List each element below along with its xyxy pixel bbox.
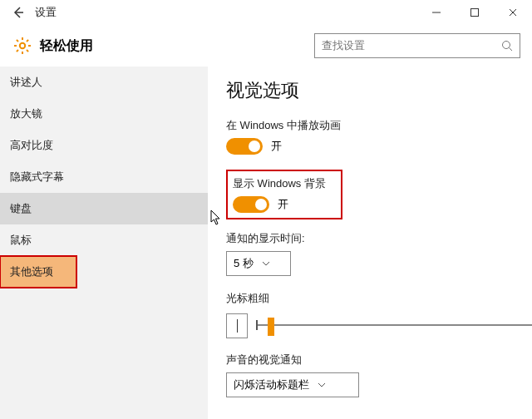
show-background-label: 显示 Windows 背景 (233, 176, 332, 191)
notify-duration-label: 通知的显示时间: (226, 231, 532, 246)
visual-notify-label: 声音的视觉通知 (226, 352, 532, 367)
chevron-down-icon (262, 261, 270, 266)
content-heading: 视觉选项 (226, 78, 532, 103)
sidebar-item-captions[interactable]: 隐藏式字幕 (0, 161, 208, 193)
svg-line-6 (17, 40, 18, 42)
content-panel: 视觉选项 在 Windows 中播放动画 开 显示 Windows 背景 开 通… (208, 67, 532, 419)
play-animations-state: 开 (271, 139, 282, 154)
notify-duration-select[interactable]: 5 秒 (226, 251, 291, 276)
show-background-state: 开 (278, 197, 288, 212)
cursor-thickness-slider[interactable] (256, 324, 532, 326)
gear-icon (12, 35, 33, 57)
maximize-button[interactable] (456, 0, 494, 25)
svg-point-1 (20, 43, 25, 48)
cursor-thickness-label: 光标粗细 (226, 291, 532, 306)
minimize-button[interactable] (417, 0, 456, 25)
cursor-preview (226, 313, 248, 338)
svg-point-10 (503, 42, 510, 49)
sidebar-item-narrator[interactable]: 讲述人 (0, 67, 208, 98)
close-button[interactable] (494, 0, 532, 25)
svg-line-9 (27, 40, 28, 42)
sidebar-item-highcontrast[interactable]: 高对比度 (0, 130, 208, 161)
play-animations-label: 在 Windows 中播放动画 (226, 118, 532, 133)
chevron-down-icon (318, 382, 326, 387)
window-title: 设置 (35, 5, 57, 20)
back-button[interactable] (7, 1, 30, 24)
show-background-toggle[interactable] (233, 196, 269, 213)
highlight-box: 显示 Windows 背景 开 (226, 170, 342, 219)
search-icon (501, 40, 513, 52)
search-input[interactable]: 查找设置 (314, 33, 520, 58)
sidebar: 讲述人 放大镜 高对比度 隐藏式字幕 键盘 鼠标 其他选项 (0, 67, 208, 419)
page-title: 轻松使用 (40, 37, 93, 55)
search-placeholder: 查找设置 (322, 38, 501, 53)
svg-line-7 (27, 50, 28, 52)
svg-rect-0 (471, 9, 479, 17)
sidebar-item-magnifier[interactable]: 放大镜 (0, 98, 208, 130)
play-animations-toggle[interactable] (226, 138, 263, 155)
sidebar-item-other[interactable]: 其他选项 (0, 256, 76, 288)
sidebar-item-mouse[interactable]: 鼠标 (0, 224, 208, 256)
slider-thumb[interactable] (268, 318, 274, 336)
sidebar-item-keyboard[interactable]: 键盘 (0, 193, 208, 224)
visual-notify-select[interactable]: 闪烁活动标题栏 (226, 372, 359, 397)
svg-line-11 (510, 48, 513, 52)
svg-line-8 (17, 50, 18, 52)
